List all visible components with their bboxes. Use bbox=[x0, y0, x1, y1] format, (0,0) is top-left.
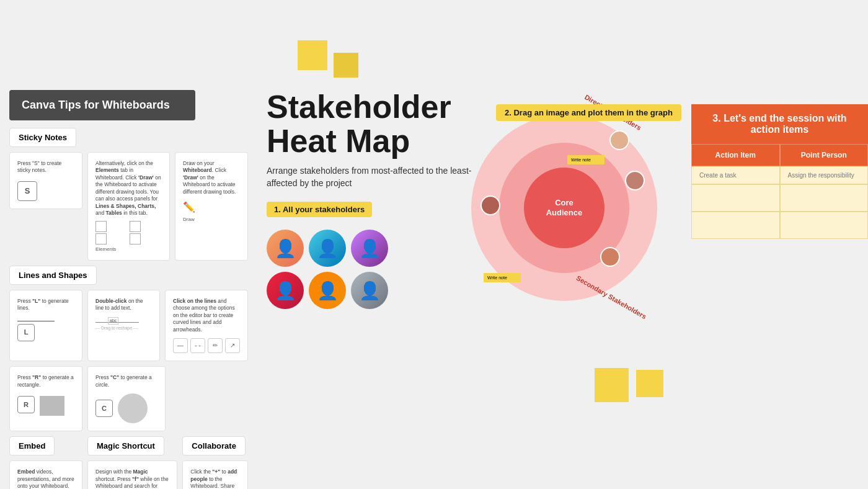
magic-shortcut-section: Magic Shortcut Design with the Magic sho… bbox=[87, 436, 177, 489]
sticky-text-2: Alternatively, click on the Elements tab… bbox=[95, 160, 162, 217]
magic-text: Design with the Magic shortcut. Press "f… bbox=[95, 469, 169, 489]
action-hint-row: Create a task Assign the responsibility bbox=[691, 166, 868, 184]
line-text-demo: abc bbox=[95, 322, 139, 323]
action-row-2 bbox=[691, 212, 868, 239]
action-header: 3. Let's end the session with action ite… bbox=[691, 104, 868, 144]
sticky-key-s: S bbox=[17, 181, 37, 201]
right-panel: 3. Let's end the session with action ite… bbox=[691, 104, 868, 239]
heat-map-title-line2: Heat Map bbox=[267, 123, 410, 159]
shapes-text-rect: Press "R" to generate a rectangle. bbox=[17, 374, 74, 388]
sticky-notes-header: Sticky Notes bbox=[9, 128, 76, 147]
action-row-1 bbox=[691, 184, 868, 212]
diagram-avatar-4 bbox=[480, 195, 500, 215]
deco-square-br1 bbox=[595, 368, 629, 402]
sticky-notes-section: Sticky Notes Press "S" to create sticky … bbox=[9, 128, 248, 261]
collaborate-header: Collaborate bbox=[182, 436, 246, 455]
draw-card: Draw on your Whiteboard. Click 'Draw' on… bbox=[175, 152, 248, 261]
shapes-card-rect: Press "R" to generate a rectangle. R bbox=[9, 366, 82, 431]
sticky-card-1: Press "S" to create sticky notes. S bbox=[9, 152, 82, 209]
action-item-col-header: Action Item bbox=[691, 144, 780, 166]
avatar-face-3: 👤 bbox=[359, 238, 381, 259]
assign-responsibility-hint: Assign the responsibility bbox=[780, 166, 869, 184]
point-person-col-header: Point Person bbox=[780, 144, 869, 166]
sticky-notes-cards: Press "S" to create sticky notes. S Alte… bbox=[9, 152, 248, 261]
connector-row: — - - ✏ ↗ bbox=[173, 338, 240, 353]
middle-section: Stakeholder Heat Map Arrange stakeholder… bbox=[267, 90, 477, 309]
sticky-card-2: Alternatively, click on the Elements tab… bbox=[87, 152, 170, 261]
diagram-avatar-2 bbox=[625, 171, 645, 191]
embed-card: Embed videos, presentations, and more on… bbox=[9, 460, 82, 489]
key-c: C bbox=[95, 400, 113, 417]
action-cell-1-2[interactable] bbox=[780, 184, 869, 212]
avatar-face-6: 👤 bbox=[359, 280, 381, 301]
lines-text-1: Press "L" to generate lines. bbox=[17, 298, 74, 312]
elements-label: Elements bbox=[95, 246, 162, 253]
avatar-face-4: 👤 bbox=[275, 280, 296, 301]
connector-btn-2[interactable]: - - bbox=[190, 338, 205, 353]
embed-text: Embed videos, presentations, and more on… bbox=[17, 469, 74, 489]
connector-btn-4[interactable]: ↗ bbox=[225, 338, 240, 353]
diagram-avatar-3 bbox=[600, 247, 620, 267]
key-l: L bbox=[17, 324, 35, 341]
embed-section: Embed Embed videos, presentations, and m… bbox=[9, 436, 82, 489]
decorative-squares-bottom bbox=[595, 368, 663, 402]
stakeholder-avatar-5: 👤 bbox=[309, 272, 346, 309]
sticky-text-1: Press "S" to create sticky notes. bbox=[17, 160, 74, 174]
action-cell-2-2[interactable] bbox=[780, 212, 869, 239]
draw-label: Draw bbox=[183, 216, 240, 223]
collaborate-card: Click the "+" to add people to the White… bbox=[182, 460, 248, 489]
action-col-headers: Action Item Point Person bbox=[691, 144, 868, 166]
key-r: R bbox=[17, 396, 35, 413]
deco-square-br2 bbox=[636, 370, 663, 397]
heatmap-diagram: CoreAudience Direct Stakeholders Seconda… bbox=[471, 96, 670, 332]
lines-text-3: Click on the lines and choose among the … bbox=[173, 298, 240, 333]
rect-demo bbox=[40, 396, 64, 416]
diagram-avatar-1 bbox=[609, 130, 629, 150]
collaborate-section: Collaborate Click the "+" to add people … bbox=[182, 436, 248, 489]
collaborate-text: Click the "+" to add people to the White… bbox=[190, 469, 240, 489]
lines-card-2: Double-click on the line to add text. ab… bbox=[87, 290, 160, 361]
bottom-cards-row: Embed Embed videos, presentations, and m… bbox=[9, 436, 248, 489]
el-sq-4 bbox=[130, 233, 141, 244]
avatar-face-5: 👤 bbox=[317, 280, 339, 301]
magic-card: Design with the Magic shortcut. Press "f… bbox=[87, 460, 177, 489]
heat-map-title-line1: Stakeholder bbox=[267, 89, 451, 125]
action-cell-2-1[interactable] bbox=[691, 212, 780, 239]
action-cell-1-1[interactable] bbox=[691, 184, 780, 212]
step1-badge: 1. All your stakeholders bbox=[267, 202, 372, 217]
create-task-hint: Create a task bbox=[691, 166, 780, 184]
step2-badge: 2. Drag an image and plot them in the gr… bbox=[496, 104, 681, 121]
avatar-face-1: 👤 bbox=[275, 238, 296, 259]
stakeholder-avatar-2: 👤 bbox=[309, 230, 346, 267]
el-sq-2 bbox=[130, 221, 141, 232]
left-panel: Canva Tips for Whiteboards Sticky Notes … bbox=[9, 90, 248, 489]
pen-icon: ✏️ bbox=[183, 200, 240, 214]
circle-demo bbox=[118, 393, 148, 423]
el-sq-3 bbox=[95, 233, 107, 244]
heat-map-title: Stakeholder Heat Map bbox=[267, 90, 477, 158]
lines-text-2: Double-click on the line to add text. bbox=[95, 298, 152, 312]
magic-shortcut-header: Magic Shortcut bbox=[87, 436, 164, 455]
elements-grid-container: Elements bbox=[95, 221, 162, 253]
rect-demo-row: R bbox=[17, 391, 74, 416]
sticky-note-1: Write note bbox=[567, 155, 604, 164]
lines-shapes-header: Lines and Shapes bbox=[9, 266, 97, 285]
deco-square-1 bbox=[298, 40, 327, 70]
lines-card-1: Press "L" to generate lines. L bbox=[9, 290, 82, 361]
heatmap-circles: CoreAudience Direct Stakeholders Seconda… bbox=[471, 96, 657, 320]
shapes-card-circle: Press "C" to generate a circle. C bbox=[87, 366, 166, 431]
connector-btn-3[interactable]: ✏ bbox=[208, 338, 223, 353]
decorative-squares-top bbox=[298, 40, 358, 78]
elements-grid bbox=[95, 221, 162, 244]
stakeholder-avatar-3: 👤 bbox=[351, 230, 388, 267]
panel-title: Canva Tips for Whiteboards bbox=[9, 90, 195, 120]
drag-to-reshape: --- Drag to reshape --- bbox=[95, 325, 152, 331]
line-demo bbox=[17, 321, 55, 321]
embed-header: Embed bbox=[9, 436, 55, 455]
core-audience-label: CoreAudience bbox=[546, 198, 583, 217]
connector-btn-1[interactable]: — bbox=[173, 338, 188, 353]
draw-text: Draw on your Whiteboard. Click 'Draw' on… bbox=[183, 160, 240, 195]
el-sq-1 bbox=[95, 221, 107, 232]
shapes-text-circle: Press "C" to generate a circle. bbox=[95, 374, 157, 388]
stakeholder-avatar-6: 👤 bbox=[351, 272, 388, 309]
